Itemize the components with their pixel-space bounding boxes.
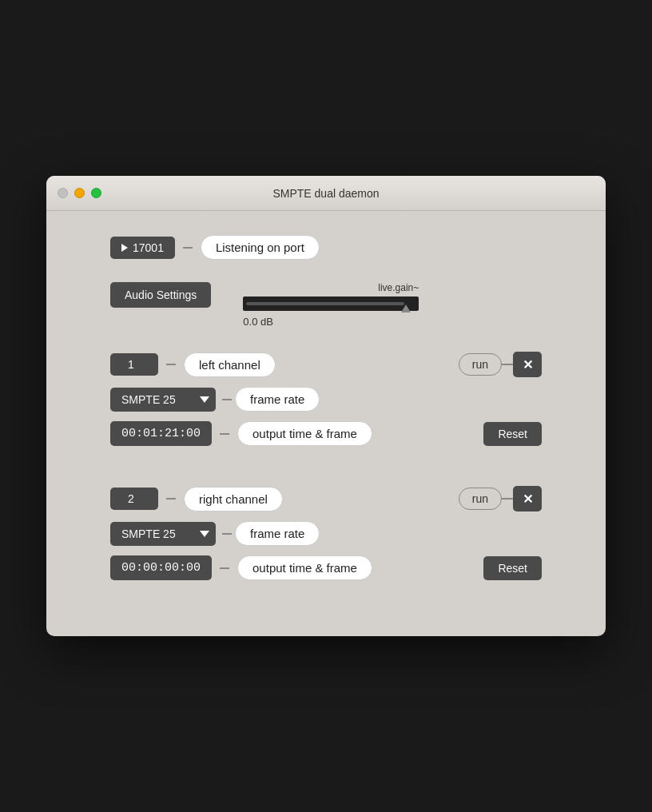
channel2-time-row: 00:00:00:00 output time & frame Reset (110, 555, 542, 580)
connector (502, 498, 513, 500)
channel1-row: 1 left channel run ✕ (110, 352, 542, 377)
minimize-button[interactable] (74, 188, 85, 198)
channel2-number-button[interactable]: 2 (110, 488, 158, 510)
connector (166, 364, 176, 365)
play-icon (121, 244, 128, 252)
connector (220, 433, 229, 435)
channel1-output-label: output time & frame (237, 421, 372, 446)
channel1-label: left channel (184, 352, 276, 377)
gain-container: live.gain~ 0.0 dB (243, 282, 419, 328)
connector (166, 498, 176, 500)
channel1-frame-rate-label: frame rate (235, 387, 320, 412)
channel1-x-button[interactable]: ✕ (513, 352, 542, 377)
channel2-frame-rate-label: frame rate (235, 521, 320, 546)
gain-label: live.gain~ (243, 282, 419, 293)
maximize-button[interactable] (91, 188, 101, 198)
gain-db-value: 0.0 dB (243, 316, 273, 328)
connector (222, 533, 232, 535)
audio-settings-button[interactable]: Audio Settings (110, 282, 211, 308)
channel1-number-button[interactable]: 1 (110, 353, 158, 376)
channel2-time-display: 00:00:00:00 (110, 555, 212, 580)
channel1-reset-button[interactable]: Reset (483, 422, 542, 446)
channel2-reset-button[interactable]: Reset (483, 556, 542, 580)
connector (502, 364, 513, 365)
traffic-lights (58, 188, 101, 198)
channel1-smpte-select[interactable]: SMPTE 25 SMPTE 24 SMPTE 29.97 SMPTE 30 (110, 388, 216, 412)
main-window: SMPTE dual daemon 17001 Listening on por… (46, 176, 606, 636)
channel1-number: 1 (128, 358, 134, 371)
channel2-number: 2 (128, 492, 134, 505)
channel2-smpte-select[interactable]: SMPTE 25 SMPTE 24 SMPTE 29.97 SMPTE 30 (110, 522, 216, 546)
close-button[interactable] (58, 188, 68, 198)
x-icon: ✕ (523, 492, 533, 507)
titlebar: SMPTE dual daemon (46, 176, 606, 211)
channel2-x-button[interactable]: ✕ (513, 486, 542, 511)
channel1-run-group: run ✕ (459, 352, 542, 377)
port-row: 17001 Listening on port (110, 235, 542, 260)
channel1-time-row: 00:01:21:00 output time & frame Reset (110, 421, 542, 446)
channel2-output-label: output time & frame (237, 555, 372, 580)
channel2-row: 2 right channel run ✕ (110, 486, 542, 511)
port-number-button[interactable]: 17001 (110, 237, 175, 259)
channel1-smpte-row: SMPTE 25 SMPTE 24 SMPTE 29.97 SMPTE 30 f… (110, 387, 542, 412)
channel2-smpte-row: SMPTE 25 SMPTE 24 SMPTE 29.97 SMPTE 30 f… (110, 521, 542, 546)
window-title: SMPTE dual daemon (272, 187, 379, 200)
channel1-section: 1 left channel run ✕ SMPTE 25 SMPTE 24 S… (110, 352, 542, 446)
port-label: Listening on port (201, 235, 320, 260)
connector-line (183, 247, 193, 249)
gain-slider-thumb (401, 304, 411, 312)
gain-slider[interactable] (243, 297, 419, 311)
channel2-run-button[interactable]: run (459, 488, 502, 510)
x-icon: ✕ (523, 357, 533, 372)
channel1-run-button[interactable]: run (459, 353, 502, 376)
channel2-run-group: run ✕ (459, 486, 542, 511)
content-area: 17001 Listening on port Audio Settings l… (46, 211, 606, 636)
channel1-time-display: 00:01:21:00 (110, 421, 212, 446)
section-divider (110, 470, 542, 486)
connector (220, 567, 229, 569)
channel2-label: right channel (184, 487, 283, 511)
port-number: 17001 (133, 241, 164, 254)
connector (222, 399, 232, 400)
audio-row: Audio Settings live.gain~ 0.0 dB (110, 282, 542, 328)
channel2-section: 2 right channel run ✕ SMPTE 25 SMPTE 24 … (110, 486, 542, 580)
gain-slider-fill (246, 302, 404, 305)
